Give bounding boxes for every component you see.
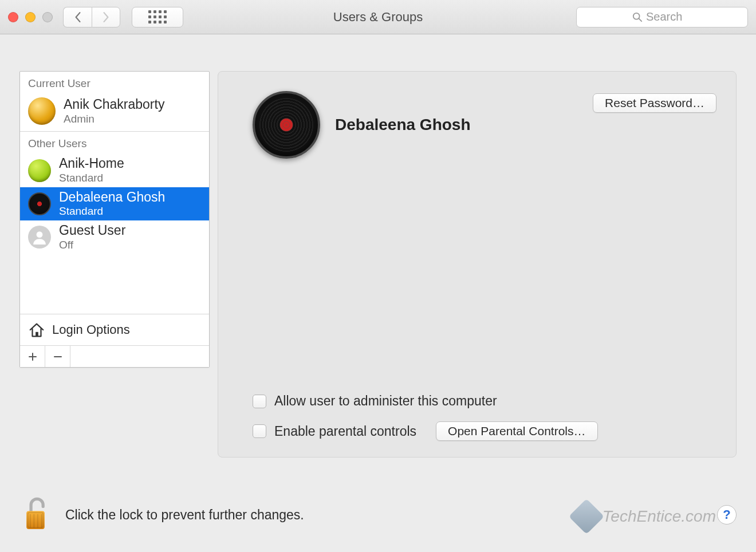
window-controls <box>8 12 53 22</box>
add-user-button[interactable] <box>20 346 45 367</box>
chevron-right-icon <box>102 12 110 22</box>
user-name-label: Guest User <box>59 223 125 239</box>
lock-icon[interactable] <box>19 496 52 534</box>
back-button[interactable] <box>63 7 92 27</box>
svg-line-1 <box>639 18 642 21</box>
open-parental-controls-button[interactable]: Open Parental Controls… <box>436 421 597 441</box>
avatar-guest-icon <box>28 226 51 249</box>
svg-rect-3 <box>36 332 38 337</box>
parental-controls-row: Enable parental controls Open Parental C… <box>253 421 716 441</box>
allow-admin-checkbox[interactable] <box>253 395 266 408</box>
svg-point-0 <box>633 13 640 19</box>
profile-avatar[interactable] <box>253 91 320 159</box>
avatar-vinyl-icon <box>28 192 51 215</box>
user-name-label: Anik-Home <box>59 156 124 172</box>
house-icon <box>28 321 45 338</box>
forward-button[interactable] <box>92 7 120 27</box>
sidebar-current-user[interactable]: Anik Chakraborty Admin <box>20 93 209 131</box>
other-users-header: Other Users <box>20 132 209 153</box>
remove-user-button[interactable] <box>45 346 70 367</box>
current-user-header: Current User <box>20 72 209 93</box>
nav-buttons <box>63 7 120 27</box>
enable-parental-checkbox[interactable] <box>253 424 266 438</box>
user-role-label: Standard <box>59 172 124 185</box>
footer: Click the lock to prevent further change… <box>19 496 737 534</box>
chevron-left-icon <box>74 12 82 22</box>
login-options-button[interactable]: Login Options <box>20 314 209 345</box>
titlebar: Users & Groups <box>0 0 756 34</box>
avatar-coin-icon <box>28 97 56 125</box>
maximize-window-button <box>42 12 53 22</box>
user-role-label: Off <box>59 239 125 252</box>
options-block: Allow user to administer this computer E… <box>253 393 716 441</box>
avatar-tennis-icon <box>28 159 51 182</box>
other-users-list: Anik-Home Standard Debaleena Ghosh Stand… <box>20 153 209 314</box>
show-all-button[interactable] <box>132 7 183 27</box>
allow-admin-label: Allow user to administer this computer <box>274 393 497 409</box>
profile-name: Debaleena Ghosh <box>335 116 471 134</box>
enable-parental-label: Enable parental controls <box>274 424 416 439</box>
sidebar-item-debaleena[interactable]: Debaleena Ghosh Standard <box>20 187 209 220</box>
svg-point-2 <box>37 232 43 238</box>
add-remove-bar <box>20 345 209 367</box>
minus-icon <box>53 352 62 361</box>
user-name-label: Debaleena Ghosh <box>59 190 165 206</box>
lock-hint-text: Click the lock to prevent further change… <box>65 507 304 523</box>
content-area: Current User Anik Chakraborty Admin Othe… <box>0 34 756 458</box>
user-detail-panel: Debaleena Ghosh Reset Password… Allow us… <box>218 71 737 458</box>
users-sidebar: Current User Anik Chakraborty Admin Othe… <box>19 71 210 368</box>
search-icon <box>632 12 643 22</box>
user-name-label: Anik Chakraborty <box>64 97 164 113</box>
search-wrap <box>576 7 748 27</box>
grid-icon <box>148 10 167 23</box>
allow-admin-row: Allow user to administer this computer <box>253 393 716 409</box>
search-field[interactable] <box>576 7 748 27</box>
sidebar-item-guest[interactable]: Guest User Off <box>20 220 209 254</box>
user-role-label: Admin <box>64 113 164 126</box>
user-role-label: Standard <box>59 205 165 218</box>
sidebar-item-anik-home[interactable]: Anik-Home Standard <box>20 153 209 187</box>
plus-icon <box>28 352 37 361</box>
minimize-window-button[interactable] <box>25 12 36 22</box>
login-options-label: Login Options <box>52 322 130 337</box>
close-window-button[interactable] <box>8 12 18 22</box>
search-input[interactable] <box>646 10 692 23</box>
reset-password-button[interactable]: Reset Password… <box>593 93 716 113</box>
profile-header: Debaleena Ghosh Reset Password… <box>253 91 716 159</box>
help-button[interactable]: ? <box>717 505 737 525</box>
